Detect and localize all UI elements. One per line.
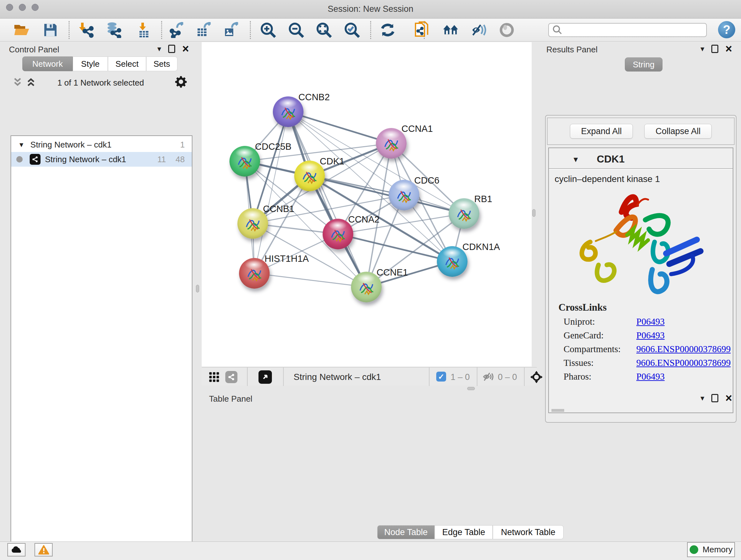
network-canvas[interactable]: CCNB2 CCNA1 CDC25B CDK1 CDC6 RB1 CCNB1 C… xyxy=(202,42,532,367)
export-image-icon[interactable] xyxy=(223,22,239,38)
export-network-icon[interactable] xyxy=(169,22,185,38)
main-toolbar: ? xyxy=(0,18,741,42)
zoom-in-icon[interactable] xyxy=(260,22,276,38)
string-document-icon[interactable] xyxy=(414,22,430,38)
tab-node-table[interactable]: Node Table xyxy=(377,525,434,539)
results-panel-title: Results Panel xyxy=(546,45,597,55)
horizontal-splitter-handle[interactable] xyxy=(467,387,475,390)
protein-squiggle-icon xyxy=(242,213,263,234)
left-splitter-handle[interactable] xyxy=(196,285,199,293)
node-label-CCNA2: CCNA2 xyxy=(348,214,380,225)
protein-squiggle-icon xyxy=(442,251,463,272)
crosslink-link[interactable]: P06493 xyxy=(636,316,665,327)
crosslink-link[interactable]: P06493 xyxy=(636,371,665,382)
expand-all-button[interactable]: Expand All xyxy=(570,124,633,138)
string-home-icon[interactable] xyxy=(443,22,459,38)
toolbar-separator xyxy=(161,21,162,39)
tab-select[interactable]: Select xyxy=(108,57,146,71)
toolbar-separator xyxy=(283,368,284,386)
hidden-eye-icon[interactable] xyxy=(482,371,495,383)
warning-status-button[interactable] xyxy=(35,543,53,557)
control-panel-title: Control Panel xyxy=(9,45,59,55)
tab-edge-table[interactable]: Edge Table xyxy=(434,525,493,539)
crosslink-label: GeneCard: xyxy=(563,330,636,341)
selected-checkbox[interactable]: ✓ xyxy=(436,372,446,381)
right-splitter-handle[interactable] xyxy=(532,209,536,217)
collapse-panel-icon[interactable]: ▾ xyxy=(700,45,704,53)
tab-network[interactable]: Network xyxy=(22,57,73,71)
warning-icon xyxy=(38,545,49,555)
close-panel-icon[interactable]: × xyxy=(725,394,732,402)
float-panel-icon[interactable] xyxy=(711,394,718,402)
open-session-icon[interactable] xyxy=(13,22,30,38)
network-name: String Network – cdk1 xyxy=(45,154,157,165)
protein-squiggle-icon xyxy=(234,151,255,172)
memory-button[interactable]: Memory xyxy=(687,542,735,557)
crosslink-row: Compartments:9606.ENSP00000378699 xyxy=(549,341,733,354)
grid-view-icon[interactable] xyxy=(209,372,219,384)
gene-header[interactable]: ▾ CDK1 xyxy=(549,148,733,169)
node-label-CCNA1: CCNA1 xyxy=(401,124,433,134)
collapse-panel-icon[interactable]: ▾ xyxy=(700,394,704,402)
tab-string[interactable]: String xyxy=(625,57,663,71)
zoom-selected-icon[interactable] xyxy=(344,22,360,38)
node-label-CDKN1A: CDKN1A xyxy=(462,242,500,252)
network-share-icon xyxy=(30,154,41,165)
search-field[interactable] xyxy=(548,23,707,37)
enhanced-labels-icon[interactable] xyxy=(470,22,487,38)
share-network-icon[interactable] xyxy=(225,371,238,383)
network-list: ▾ String Network – cdk1 1 String Network… xyxy=(10,135,192,560)
close-panel-icon[interactable]: × xyxy=(182,45,189,53)
toolbar-separator xyxy=(524,368,525,386)
tab-network-table[interactable]: Network Table xyxy=(493,525,563,539)
glass-ball-icon[interactable] xyxy=(498,22,515,38)
tab-sets[interactable]: Sets xyxy=(146,57,178,71)
status-bar: Memory xyxy=(0,542,741,560)
control-panel: Control Panel ▾ × Network Style Select S… xyxy=(3,42,199,540)
network-collection-row[interactable]: ▾ String Network – cdk1 1 xyxy=(11,137,192,152)
float-panel-icon[interactable] xyxy=(711,45,718,53)
import-table-icon[interactable] xyxy=(135,22,151,38)
tab-style[interactable]: Style xyxy=(73,57,108,71)
import-database-icon[interactable] xyxy=(105,22,122,38)
table-tabs: Node Table Edge Table Network Table xyxy=(377,525,563,539)
protein-squiggle-icon xyxy=(299,166,320,187)
zoom-out-icon[interactable] xyxy=(288,22,305,38)
protein-squiggle-icon xyxy=(381,133,402,154)
node-label-CCNB2: CCNB2 xyxy=(298,92,330,103)
node-label-RB1: RB1 xyxy=(474,194,492,204)
crosslink-link[interactable]: 9606.ENSP00000378699 xyxy=(636,344,731,354)
results-button-row: Expand All Collapse All xyxy=(547,118,735,145)
network-status-dot xyxy=(16,156,23,163)
crosslink-link[interactable]: 9606.ENSP00000378699 xyxy=(636,358,731,368)
cloud-status-button[interactable] xyxy=(7,543,25,557)
save-session-icon[interactable] xyxy=(42,22,59,38)
network-view-toolbar: String Network – cdk1 ✓ 1 – 0 0 – 0 xyxy=(202,367,537,386)
zoom-fit-icon[interactable] xyxy=(316,22,332,38)
import-network-icon[interactable] xyxy=(78,22,95,38)
collection-count: 1 xyxy=(180,140,185,150)
protein-squiggle-icon xyxy=(394,185,414,206)
crosslink-label: Pharos: xyxy=(563,371,636,382)
birdseye-view-icon[interactable] xyxy=(259,370,272,384)
table-panel-title: Table Panel xyxy=(209,394,253,404)
close-panel-icon[interactable]: × xyxy=(725,45,732,53)
crosslink-row: Pharos:P06493 xyxy=(549,368,733,382)
title-bar: Session: New Session xyxy=(0,0,741,18)
float-panel-icon[interactable] xyxy=(168,45,175,53)
help-button[interactable]: ? xyxy=(718,21,735,38)
network-row-selected[interactable]: String Network – cdk1 11 48 xyxy=(11,152,192,167)
refresh-icon[interactable] xyxy=(380,22,396,38)
network-edge-count: 48 xyxy=(176,154,185,165)
collapse-panel-icon[interactable]: ▾ xyxy=(157,45,161,53)
crosslink-link[interactable]: P06493 xyxy=(636,330,665,341)
search-input[interactable] xyxy=(565,24,706,36)
network-options-gear-icon[interactable] xyxy=(174,75,188,90)
crosslink-label: Compartments: xyxy=(563,344,636,354)
collection-expand-icon[interactable]: ▾ xyxy=(19,141,23,148)
gene-collapse-icon[interactable]: ▾ xyxy=(574,155,578,163)
toolbar-separator xyxy=(69,21,70,39)
crosslink-label: Tissues: xyxy=(563,358,636,368)
export-table-icon[interactable] xyxy=(195,22,212,38)
collapse-all-button[interactable]: Collapse All xyxy=(644,124,712,138)
